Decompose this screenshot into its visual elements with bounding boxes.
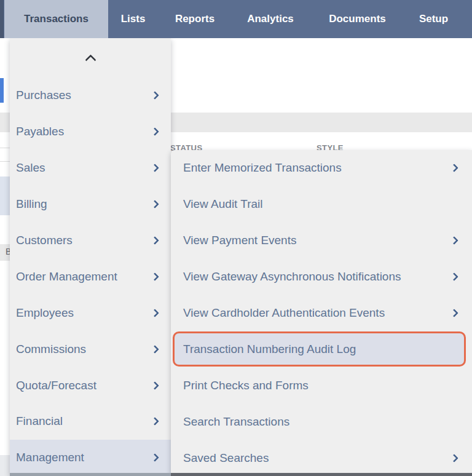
menu-item-label: Enter Memorized Transactions — [183, 161, 342, 175]
chevron-right-icon — [151, 272, 159, 281]
nav-tab-label: Documents — [329, 13, 386, 25]
background-table-band — [0, 455, 10, 476]
nav-tab-label: Transactions — [24, 13, 88, 25]
menu-item-label: Customers — [16, 234, 73, 247]
menu-item-print-checks-and-forms[interactable]: Print Checks and Forms — [171, 367, 472, 403]
menu-item-label: Transaction Numbering Audit Log — [183, 343, 356, 356]
background-selected-row-band — [0, 177, 10, 215]
menu-item-label: Saved Searches — [183, 451, 269, 465]
menu-item-financial[interactable]: Financial — [10, 403, 171, 440]
menu-item-purchases[interactable]: Purchases — [10, 77, 171, 114]
nav-tab-label: Lists — [121, 13, 146, 25]
chevron-right-icon — [450, 272, 458, 281]
nav-tab-analytics[interactable]: Analytics — [242, 0, 299, 38]
menu-item-label: View Payment Events — [183, 234, 296, 247]
menu-item-commissions[interactable]: Commissions — [10, 331, 171, 367]
nav-tab-label: Setup — [419, 13, 448, 25]
background-row-divider — [0, 161, 10, 162]
menu-item-quota-forecast[interactable]: Quota/Forecast — [10, 367, 171, 403]
chevron-right-icon — [151, 236, 159, 245]
chevron-right-icon — [450, 454, 458, 462]
chevron-right-icon — [151, 127, 159, 136]
menu-item-label: View Cardholder Authentication Events — [183, 306, 385, 320]
transactions-menu-items: Purchases Payables Sales Billing Custome… — [10, 77, 171, 476]
management-submenu: Enter Memorized Transactions View Audit … — [171, 150, 472, 476]
chevron-right-icon — [151, 381, 159, 389]
chevron-right-icon — [151, 417, 159, 426]
top-nav-bar: Transactions Lists Reports Analytics Doc… — [0, 0, 472, 38]
menu-item-label: Print Checks and Forms — [183, 379, 309, 392]
menu-item-transaction-numbering-audit-log[interactable]: Transaction Numbering Audit Log — [173, 331, 466, 367]
chevron-right-icon — [151, 345, 159, 354]
chevron-right-icon — [151, 164, 159, 172]
menu-item-label: Commissions — [16, 343, 86, 356]
menu-item-order-management[interactable]: Order Management — [10, 258, 171, 295]
management-submenu-items: Enter Memorized Transactions View Audit … — [171, 150, 472, 476]
nav-tab-documents[interactable]: Documents — [321, 0, 393, 38]
nav-tab-transactions[interactable]: Transactions — [4, 0, 108, 38]
menu-item-enter-memorized-transactions[interactable]: Enter Memorized Transactions — [171, 150, 472, 186]
menu-item-label: Employees — [16, 306, 74, 320]
bottom-edge-strip — [10, 473, 171, 476]
nav-tab-reports[interactable]: Reports — [170, 0, 219, 38]
menu-item-label: View Gateway Asynchronous Notifications — [183, 270, 401, 284]
background-blue-button-sliver — [0, 78, 4, 103]
menu-item-employees[interactable]: Employees — [10, 295, 171, 331]
chevron-right-icon — [450, 164, 458, 172]
menu-item-label: Search Transactions — [183, 415, 289, 429]
menu-item-sales[interactable]: Sales — [10, 150, 171, 186]
menu-item-billing[interactable]: Billing — [10, 186, 171, 223]
menu-item-label: Purchases — [16, 89, 71, 102]
background-row-divider — [0, 148, 10, 148]
menu-item-view-cardholder-authentication-events[interactable]: View Cardholder Authentication Events — [171, 295, 472, 331]
menu-item-label: Quota/Forecast — [16, 379, 96, 392]
menu-item-saved-searches[interactable]: Saved Searches — [171, 440, 472, 476]
menu-item-management[interactable]: Management — [10, 440, 171, 476]
menu-item-customers[interactable]: Customers — [10, 223, 171, 259]
chevron-up-icon — [85, 54, 96, 65]
chevron-right-icon — [450, 309, 458, 317]
chevron-right-icon — [151, 453, 159, 462]
bottom-edge-strip — [171, 473, 472, 476]
menu-item-view-audit-trail[interactable]: View Audit Trail — [171, 186, 472, 223]
menu-item-label: View Audit Trail — [183, 197, 263, 211]
chevron-right-icon — [151, 91, 159, 100]
menu-scroll-up[interactable] — [10, 38, 171, 77]
menu-item-label: Order Management — [16, 270, 117, 284]
menu-item-label: Financial — [16, 415, 63, 428]
nav-tab-label: Reports — [175, 13, 214, 25]
nav-tab-label: Analytics — [247, 13, 294, 25]
nav-tab-lists[interactable]: Lists — [119, 0, 148, 38]
menu-item-payables[interactable]: Payables — [10, 114, 171, 150]
menu-item-label: Payables — [16, 125, 64, 138]
menu-item-search-transactions[interactable]: Search Transactions — [171, 403, 472, 440]
menu-item-label: Billing — [16, 197, 47, 211]
menu-item-view-gateway-asynchronous-notifications[interactable]: View Gateway Asynchronous Notifications — [171, 259, 472, 295]
chevron-right-icon — [151, 200, 159, 208]
menu-item-view-payment-events[interactable]: View Payment Events — [171, 223, 472, 259]
nav-tab-setup[interactable]: Setup — [415, 0, 452, 38]
menu-item-label: Management — [16, 451, 84, 464]
chevron-right-icon — [151, 309, 159, 317]
menu-item-label: Sales — [16, 161, 45, 175]
transactions-menu: Purchases Payables Sales Billing Custome… — [10, 38, 171, 476]
chevron-right-icon — [450, 236, 458, 245]
nav-left-edge — [0, 0, 4, 38]
